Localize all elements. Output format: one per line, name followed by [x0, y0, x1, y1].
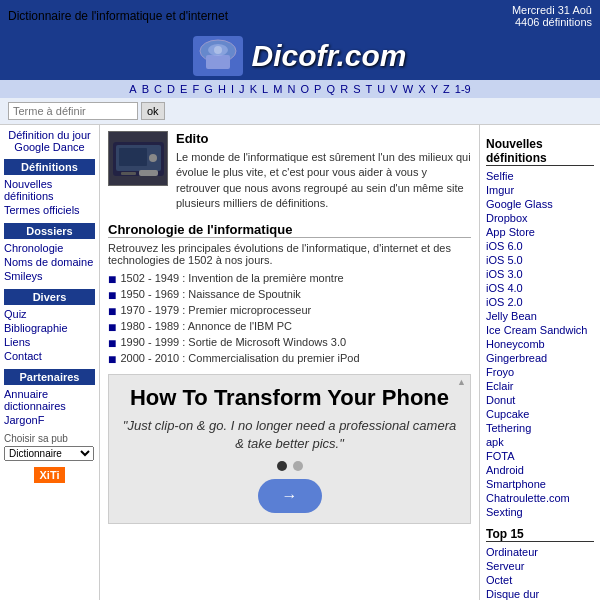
sidebar-bibliography[interactable]: Bibliographie [4, 321, 95, 335]
alpha-O[interactable]: O [300, 83, 309, 95]
sidebar-google-dance-link[interactable]: Google Dance [14, 141, 84, 153]
search-button[interactable]: ok [141, 102, 165, 120]
alpha-W[interactable]: W [403, 83, 413, 95]
sidebar-official-terms[interactable]: Termes officiels [4, 203, 95, 217]
sidebar-domain-names[interactable]: Noms de domaine [4, 255, 95, 269]
alpha-L[interactable]: L [262, 83, 268, 95]
alpha-G[interactable]: G [204, 83, 213, 95]
alpha-M[interactable]: M [273, 83, 282, 95]
chrono-text: 1990 - 1999 : Sortie de Microsoft Window… [120, 336, 346, 348]
ad-quote: "Just clip-on & go. I no longer need a p… [119, 417, 460, 453]
chrono-item: ■2000 - 2010 : Commercialisation du prem… [108, 352, 471, 366]
edito-content: Edito Le monde de l'informatique est sûr… [176, 131, 471, 212]
alpha-J[interactable]: J [239, 83, 245, 95]
alpha-B[interactable]: B [142, 83, 149, 95]
nouvelle-def-link[interactable]: FOTA [486, 449, 594, 463]
svg-rect-7 [149, 154, 157, 162]
nouvelle-def-link[interactable]: Honeycomb [486, 337, 594, 351]
top15-link[interactable]: Disque dur [486, 587, 594, 600]
svg-rect-9 [139, 170, 158, 176]
chrono-bullet: ■ [108, 272, 116, 286]
nouvelle-def-link[interactable]: Jelly Bean [486, 309, 594, 323]
nouvelle-def-link[interactable]: Google Glass [486, 197, 594, 211]
alpha-A[interactable]: A [129, 83, 136, 95]
sidebar-links[interactable]: Liens [4, 335, 95, 349]
svg-point-3 [214, 46, 222, 54]
top15-link[interactable]: Octet [486, 573, 594, 587]
nouvelle-def-link[interactable]: Froyo [486, 365, 594, 379]
ad-dot-2[interactable] [293, 461, 303, 471]
alpha-Z[interactable]: Z [443, 83, 450, 95]
alpha-K[interactable]: K [250, 83, 257, 95]
nouvelle-def-link[interactable]: Gingerbread [486, 351, 594, 365]
nouvelle-def-link[interactable]: Tethering [486, 421, 594, 435]
nouvelle-def-link[interactable]: Ice Cream Sandwich [486, 323, 594, 337]
alpha-I[interactable]: I [231, 83, 234, 95]
chrono-title: Chronologie de l'informatique [108, 222, 471, 238]
sidebar-contact[interactable]: Contact [4, 349, 95, 363]
nouvelle-def-link[interactable]: Selfie [486, 169, 594, 183]
alpha-Y[interactable]: Y [431, 83, 438, 95]
logo-text: Dicofr.com [251, 39, 406, 73]
nouvelle-def-link[interactable]: iOS 3.0 [486, 267, 594, 281]
alpha-C[interactable]: C [154, 83, 162, 95]
top15-list: OrdinateurServeurOctetDisque durLogiciel… [486, 545, 594, 600]
sidebar-dossiers-section: Dossiers [4, 223, 95, 239]
sidebar-smileys[interactable]: Smileys [4, 269, 95, 283]
alpha-U[interactable]: U [377, 83, 385, 95]
chrono-item: ■1990 - 1999 : Sortie de Microsoft Windo… [108, 336, 471, 350]
chrono-item: ■1980 - 1989 : Annonce de l'IBM PC [108, 320, 471, 334]
ad-title: How To Transform Your Phone [119, 385, 460, 411]
pub-select[interactable]: Dictionnaire Vocabulaire Définition [4, 446, 94, 461]
sidebar-definition-link[interactable]: Définition du jour [8, 129, 91, 141]
alpha-S[interactable]: S [353, 83, 360, 95]
alpha-R[interactable]: R [340, 83, 348, 95]
nouvelle-def-link[interactable]: App Store [486, 225, 594, 239]
logo-icon [193, 36, 243, 76]
nouvelle-def-link[interactable]: Smartphone [486, 477, 594, 491]
nouvelle-def-link[interactable]: Dropbox [486, 211, 594, 225]
alpha-X[interactable]: X [418, 83, 425, 95]
main-content: Edito Le monde de l'informatique est sûr… [100, 125, 480, 600]
nouvelle-def-link[interactable]: Android [486, 463, 594, 477]
ad-dot-1[interactable] [277, 461, 287, 471]
svg-rect-8 [121, 172, 136, 175]
alpha-P[interactable]: P [314, 83, 321, 95]
nouvelle-def-link[interactable]: Eclair [486, 379, 594, 393]
alpha-19[interactable]: 1-9 [455, 83, 471, 95]
nouvelle-def-link[interactable]: iOS 5.0 [486, 253, 594, 267]
sidebar-quiz[interactable]: Quiz [4, 307, 95, 321]
top15-link[interactable]: Ordinateur [486, 545, 594, 559]
nouvelle-def-link[interactable]: Sexting [486, 505, 594, 519]
nouvelle-def-link[interactable]: Imgur [486, 183, 594, 197]
sidebar-chronologie[interactable]: Chronologie [4, 241, 95, 255]
alpha-V[interactable]: V [390, 83, 397, 95]
nouvelle-def-link[interactable]: Donut [486, 393, 594, 407]
chrono-desc: Retrouvez les principales évolutions de … [108, 242, 471, 266]
nouvelle-def-link[interactable]: iOS 6.0 [486, 239, 594, 253]
alpha-E[interactable]: E [180, 83, 187, 95]
nouvelle-def-link[interactable]: iOS 4.0 [486, 281, 594, 295]
nouvelle-def-link[interactable]: apk [486, 435, 594, 449]
alpha-D[interactable]: D [167, 83, 175, 95]
ad-button[interactable]: → [258, 479, 322, 513]
sidebar-new-defs[interactable]: Nouvelles définitions [4, 177, 95, 203]
chrono-bullet: ■ [108, 320, 116, 334]
right-sidebar: Nouvelles définitions SelfieImgurGoogle … [480, 125, 600, 600]
sidebar-jargonF[interactable]: JargonF [4, 413, 95, 427]
pub-label: Choisir sa pub [4, 433, 95, 444]
nouvelle-def-link[interactable]: Chatroulette.com [486, 491, 594, 505]
sidebar-annuaire[interactable]: Annuaire dictionnaires [4, 387, 95, 413]
search-input[interactable] [8, 102, 138, 120]
top15-link[interactable]: Serveur [486, 559, 594, 573]
alphabet-links: A B C D E F G H I J K L M N O P Q R S T … [128, 83, 471, 95]
alpha-Q[interactable]: Q [327, 83, 336, 95]
alpha-H[interactable]: H [218, 83, 226, 95]
nouvelle-def-link[interactable]: iOS 2.0 [486, 295, 594, 309]
nouvelle-def-link[interactable]: Cupcake [486, 407, 594, 421]
edito-section: Edito Le monde de l'informatique est sûr… [108, 131, 471, 212]
alpha-F[interactable]: F [193, 83, 200, 95]
chrono-text: 1950 - 1969 : Naissance de Spoutnik [120, 288, 300, 300]
alpha-T[interactable]: T [366, 83, 373, 95]
alpha-N[interactable]: N [287, 83, 295, 95]
